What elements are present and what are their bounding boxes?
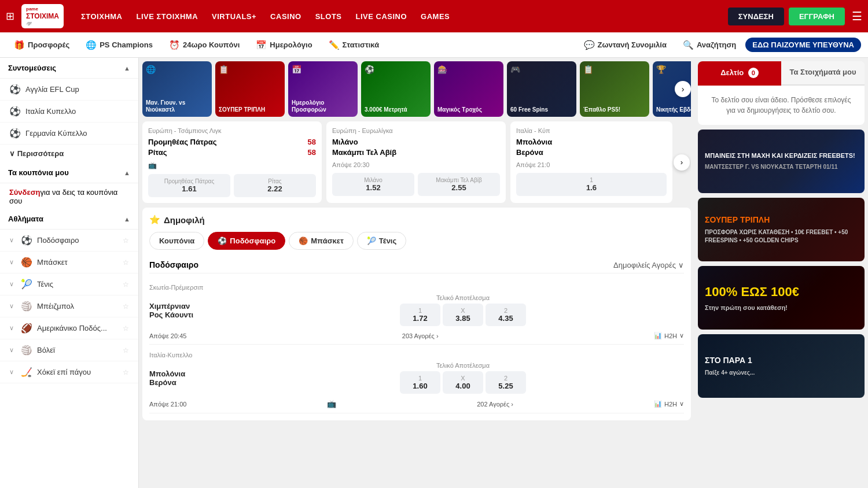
odd-btn-1-team1[interactable]: Προμηθέας Πάτρας 1.61 — [148, 174, 230, 197]
promo-banner-100[interactable]: 100% ΕΩΣ 100€ Στην πρώτη σου κατάθεση! — [698, 266, 865, 330]
baseball-sport-icon: 🏐 — [21, 301, 32, 312]
betslip-tab-label: Δελτίο — [720, 68, 744, 77]
tab-tennis[interactable]: 🎾 Τένις — [357, 232, 406, 250]
nav-ps-champions[interactable]: 🌐 PS Champions — [79, 36, 160, 54]
coupons-header[interactable]: Τα κουπόνια μου ▲ — [0, 162, 138, 183]
nav-stats[interactable]: ✏️ Στατιστικά — [322, 36, 387, 54]
odd-ita-1[interactable]: 1 1.60 — [400, 371, 440, 394]
live-matches-next-button[interactable]: › — [674, 154, 690, 171]
shortcuts-header[interactable]: Συντομεύσεις ▲ — [0, 58, 138, 79]
star-icon-3[interactable]: ☆ — [123, 280, 129, 289]
sidebar-item-tennis[interactable]: ∨ 🎾 Τένις ☆ — [0, 273, 138, 295]
match-ita-markets[interactable]: 202 Αγορές › — [477, 401, 513, 408]
chevron-down-icon-4: ∨ — [9, 280, 14, 288]
odd-scot-2[interactable]: 2 4.35 — [486, 304, 526, 326]
live-match-1[interactable]: Ευρώπη - Τσάμπιονς Λιγκ Προμηθέας Πάτρας… — [142, 121, 322, 203]
sidebar-item-germany-cup[interactable]: ⚽ Γερμανία Κύπελλο — [0, 123, 138, 145]
nav-live-casino[interactable]: LIVE CASINO — [350, 9, 413, 24]
tab-football[interactable]: ⚽ Ποδόσφαιρο — [208, 232, 285, 250]
betslip-tab-active[interactable]: Δελτίο 0 — [698, 61, 781, 86]
odd-scot-x[interactable]: X 3.85 — [443, 304, 483, 326]
tab-coupons[interactable]: Κουπόνια — [149, 232, 204, 250]
betslip-tab-inactive[interactable]: Τα Στοιχήματά μου — [781, 61, 865, 86]
sidebar-item-am-football[interactable]: ∨ 🏈 Αμερικάνικο Ποδός... ☆ — [0, 317, 138, 339]
odd-btn-2-team2[interactable]: Μακάμπι Τελ Αβίβ 2.55 — [418, 173, 500, 196]
nav-live[interactable]: LIVE ΣΤΟΙΧΗΜΑ — [131, 9, 204, 24]
markets-dropdown-button[interactable]: Δημοφιλείς Αγορές ∨ — [613, 261, 684, 269]
sidebar-item-football[interactable]: ∨ ⚽ Ποδόσφαιρο ☆ — [0, 230, 138, 252]
sports-header[interactable]: Αθλήματα ▲ — [0, 209, 138, 230]
promo-para1-title: ΣΤΟ ΠΑΡΑ 1 — [705, 355, 858, 367]
banner-ps-champions[interactable]: Μαν. Γιουν. vs Νιούκαστλ 🌐 — [142, 61, 212, 117]
banner-offers-counter[interactable]: Ημερολόγιο Προσφορών 📅 — [288, 61, 358, 117]
nav-slots[interactable]: SLOTS — [310, 9, 348, 24]
odd-btn-3-team1[interactable]: 1 1.6 — [516, 173, 667, 196]
banner-magic-wheel[interactable]: Μαγικός Τροχός 🎰 — [434, 61, 503, 117]
match-scot-footer: Απόψε 20:45 203 Αγορές › 📊 H2H ∨ — [149, 330, 684, 339]
live-match-2-team2: Μακάμπι Τελ Αβίβ — [332, 148, 500, 157]
nav-search[interactable]: 🔍 Αναζήτηση — [676, 36, 743, 54]
promo-triple-sub: ΠΡΟΣΦΟΡΑ ΧΩΡΙΣ ΚΑΤΑΘΕΣΗ • 10€ FREEBET • … — [705, 228, 858, 245]
football-sport-icon: ⚽ — [21, 235, 32, 246]
promo-banner-para1[interactable]: ΣΤΟ ΠΑΡΑ 1 Παίξε 4+ αγώνες... — [698, 334, 865, 398]
h2h-button-ita[interactable]: 📊 H2H ∨ — [654, 400, 684, 408]
banners-row: Μαν. Γιουν. vs Νιούκαστλ 🌐 ΣΟΥΠΕΡ ΤΡΙΠΛΗ… — [142, 61, 691, 117]
banners-next-button[interactable]: › — [675, 81, 691, 97]
star-icon-7[interactable]: ☆ — [123, 368, 129, 376]
basketball-sport-icon: 🏀 — [21, 257, 32, 268]
star-icon-6[interactable]: ☆ — [123, 346, 129, 354]
sidebar-item-england-efl[interactable]: ⚽ Αγγλία EFL Cup — [0, 79, 138, 101]
nav-stoixima[interactable]: ΣΤΟΙΧΗΜΑ — [75, 9, 128, 24]
nav-24-coupon[interactable]: ⏰ 24ωρο Κουπόνι — [162, 36, 247, 54]
live-match-2[interactable]: Ευρώπη - Ευρωλίγκα Μιλάνο Μακάμπι Τελ Αβ… — [326, 121, 506, 203]
star-icon-4[interactable]: ☆ — [123, 302, 129, 310]
odd-btn-2-team1[interactable]: Μιλάνο 1.52 — [332, 173, 414, 196]
odd-scot-1[interactable]: 1 1.72 — [400, 304, 440, 326]
odd-btn-1-team2[interactable]: Ρίτας 2.22 — [234, 174, 316, 197]
sport-section-title: Ποδόσφαιρο Δημοφιλείς Αγορές ∨ — [149, 257, 684, 273]
grid-icon[interactable]: ⊞ — [6, 10, 14, 23]
star-icon-2[interactable]: ☆ — [123, 258, 129, 267]
sidebar-baseball-label: Μπέιζμπολ — [37, 302, 74, 310]
sidebar-more[interactable]: ∨ Περισσότερα — [0, 145, 138, 162]
nav-offers[interactable]: 🎁 Προσφορές — [7, 36, 76, 54]
nav-live-chat[interactable]: 💬 Ζωντανή Συνομιλία — [577, 36, 674, 54]
star-icon[interactable]: ☆ — [123, 236, 129, 245]
match-scot-markets[interactable]: 203 Αγορές › — [402, 332, 439, 339]
brand-logo[interactable]: pame ΣΤΟΙΧΙΜΑ .gr — [21, 4, 64, 28]
hamburger-icon[interactable]: ☰ — [852, 9, 862, 23]
register-button[interactable]: ΕΓΓΡΑΦΗ — [789, 8, 845, 25]
tab-basketball[interactable]: 🏀 Μπάσκετ — [289, 232, 354, 250]
sidebar-item-italy-cup[interactable]: ⚽ Ιταλία Κυπελλο — [0, 101, 138, 123]
h2h-button-scot[interactable]: 📊 H2H ∨ — [654, 332, 684, 339]
live-match-3[interactable]: Ιταλία - Κύπ Μπολόνια Βερόνα Απόψε 21:0 … — [510, 121, 672, 203]
nav-virtuals[interactable]: VIRTUALS+ — [206, 9, 262, 24]
nav-games[interactable]: GAMES — [415, 9, 455, 24]
markets-label: Δημοφιλείς Αγορές — [613, 261, 676, 269]
odd-ita-2[interactable]: 2 5.25 — [486, 371, 526, 394]
nav-responsible[interactable]: ΕΔΩ ΠΑΙΖΟΥΜΕ ΥΠΕΥΘΥΝΑ — [745, 38, 861, 52]
banner-free-spins[interactable]: 3.000€ Μετρητά ⚽ — [361, 61, 431, 117]
nav-offers-label: Προσφορές — [28, 40, 69, 49]
sidebar-item-hockey[interactable]: ∨ 🏒 Χόκεϊ επί πάγου ☆ — [0, 361, 138, 383]
nav-calendar[interactable]: 📅 Ημερολόγιο — [249, 36, 319, 54]
sidebar-item-volleyball[interactable]: ∨ 🏐 Βόλεϊ ☆ — [0, 339, 138, 361]
login-button[interactable]: ΣΥΝΔΕΣΗ — [728, 8, 784, 25]
promo-banner-super-triple[interactable]: ΣΟΥΠΕΡ ΤΡΙΠΛΗ ΠΡΟΣΦΟΡΑ ΧΩΡΙΣ ΚΑΤΑΘΕΣΗ • … — [698, 198, 865, 261]
sidebar-item-baseball[interactable]: ∨ 🏐 Μπέιζμπολ ☆ — [0, 295, 138, 317]
nav-casino[interactable]: CASINO — [264, 9, 307, 24]
match-ita-odds: 1 1.60 X 4.00 2 5.25 — [400, 371, 526, 394]
banner-ps5[interactable]: Έπαθλο PS5! 📋 — [580, 61, 649, 117]
coupons-login-link[interactable]: Σύνδεση — [9, 188, 41, 197]
promo-banner-ps-champions[interactable]: ΜΠΑΙΝΕΙΣ ΣΤΗ ΜΑΧΗ ΚΑΙ ΚΕΡΔΙΖΕΙΣ FREEBETS… — [698, 130, 865, 193]
banner-super-triple[interactable]: ΣΟΥΠΕΡ ΤΡΙΠΛΗ 📋 — [215, 61, 285, 117]
match-scot-teams-col: Χιμπέρνιαν Ρος Κάουντι — [149, 302, 242, 319]
sidebar-item-basketball[interactable]: ∨ 🏀 Μπάσκετ ☆ — [0, 252, 138, 273]
chevron-down-icon-7: ∨ — [9, 346, 14, 354]
star-icon-5[interactable]: ☆ — [123, 324, 129, 332]
promo-ps-sub: ΜΑΝΤΣΕΣΤΕΡ Γ. VS ΝΙΟΥΚΑΣΤΑ ΤΕΤΑΡΤΗ 01/11 — [705, 163, 858, 171]
odd-ita-x[interactable]: X 4.00 — [443, 371, 483, 394]
betslip-tabs: Δελτίο 0 Τα Στοιχήματά μου — [698, 61, 865, 86]
globe-icon: 🌐 — [86, 40, 97, 50]
banner-trick-treat[interactable]: 60 Free Spins 🎮 — [507, 61, 576, 117]
